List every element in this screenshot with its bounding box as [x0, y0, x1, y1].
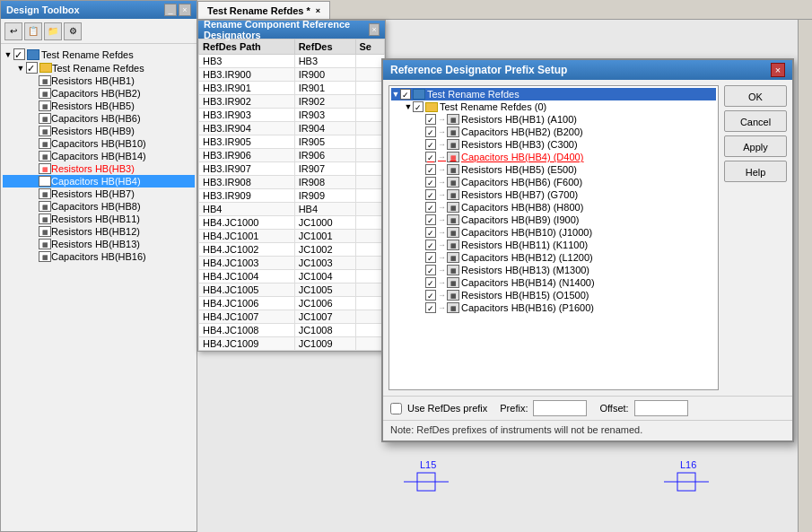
help-button[interactable]: Help [724, 161, 787, 182]
prefix-tree-item[interactable]: →▦Capacitors HB(HB2) (B200) [391, 126, 716, 138]
toolbox-tree-item[interactable]: ▦Capacitors HB(HB2) [3, 87, 195, 100]
prefix-checkbox[interactable] [425, 277, 436, 288]
toolbox-tree-item[interactable]: ▦Capacitors HB(HB6) [3, 112, 195, 125]
table-row[interactable]: HB4.JC1004 JC1004 [199, 270, 385, 283]
table-row[interactable]: HB3.IR903 IR903 [199, 109, 385, 122]
prefix-tree-item[interactable]: ▼Test Rename Refdes [391, 88, 716, 100]
toolbar-btn-2[interactable]: 📋 [24, 22, 42, 40]
prefix-checkbox[interactable] [425, 214, 436, 225]
expand-icon[interactable]: ▼ [404, 102, 413, 111]
tab-close-button[interactable]: × [316, 6, 320, 15]
expand-icon[interactable]: ▼ [3, 50, 13, 59]
toolbox-tree-item[interactable]: ▦Capacitors HB(HB10) [3, 137, 195, 150]
table-row[interactable]: HB3.IR908 IR908 [199, 176, 385, 189]
prefix-tree-item[interactable]: →▦Capacitors HB(HB10) (J1000) [391, 226, 716, 239]
prefix-checkbox[interactable] [425, 152, 436, 162]
table-row[interactable]: HB3.IR909 IR909 [199, 189, 385, 203]
prefix-tree-item[interactable]: →▦Resistors HB(HB5) (E500) [391, 163, 716, 176]
prefix-tree-item[interactable]: →▦Capacitors HB(HB4) (D400) [391, 151, 716, 163]
table-row[interactable]: HB4.JC1006 JC1006 [199, 297, 385, 310]
tab-rename-refdes[interactable]: Test Rename Refdes * × [197, 1, 330, 19]
prefix-checkbox[interactable] [425, 139, 436, 150]
use-refdes-prefix-checkbox[interactable] [390, 403, 402, 414]
close-button[interactable]: × [179, 4, 191, 16]
table-row[interactable]: HB3.IR906 IR906 [199, 149, 385, 162]
prefix-tree-item[interactable]: ▼Test Rename Refdes (0) [391, 100, 716, 113]
prefix-checkbox[interactable] [425, 240, 436, 250]
toolbox-tree-item[interactable]: ▦Resistors HB(HB11) [3, 213, 195, 225]
prefix-checkbox[interactable] [425, 252, 436, 263]
cell-refdes: JC1000 [294, 216, 355, 230]
toolbox-tree-item[interactable]: ▦Capacitors HB(HB8) [3, 200, 195, 213]
apply-button[interactable]: Apply [724, 135, 787, 157]
toolbar-btn-1[interactable]: ↩ [4, 22, 22, 40]
table-row[interactable]: HB4.JC1007 JC1007 [199, 310, 385, 324]
prefix-checkbox[interactable] [400, 89, 411, 100]
prefix-tree-item[interactable]: →▦Capacitors HB(HB6) (F600) [391, 176, 716, 188]
prefix-checkbox[interactable] [425, 177, 436, 188]
toolbox-tree-item[interactable]: ▦Resistors HB(HB1) [3, 74, 195, 87]
toolbox-tree-item[interactable]: ▦Resistors HB(HB5) [3, 100, 195, 112]
prefix-checkbox[interactable] [425, 189, 436, 200]
toolbox-tree-item[interactable]: ▦Resistors HB(HB7) [3, 188, 195, 200]
cancel-button[interactable]: Cancel [724, 110, 787, 132]
prefix-checkbox[interactable] [425, 290, 436, 301]
minimize-button[interactable]: _ [164, 4, 177, 16]
prefix-checkbox[interactable] [425, 202, 436, 213]
prefix-tree-item[interactable]: →▦Resistors HB(HB13) (M1300) [391, 264, 716, 276]
toolbar-btn-3[interactable]: 📁 [44, 22, 62, 40]
toolbox-tree-item[interactable]: ▦Capacitors HB(HB14) [3, 150, 195, 162]
prefix-checkbox[interactable] [425, 114, 436, 125]
toolbox-tree-item[interactable]: ▦Resistors HB(HB3) [3, 162, 195, 175]
expand-icon[interactable]: ▼ [391, 90, 400, 99]
table-row[interactable]: HB4.JC1008 JC1008 [199, 324, 385, 337]
prefix-checkbox[interactable] [425, 126, 436, 137]
prefix-checkbox[interactable] [425, 265, 436, 275]
table-row[interactable]: HB3.IR902 IR902 [199, 95, 385, 109]
toolbox-tree-item[interactable]: ▦Resistors HB(HB9) [3, 125, 195, 137]
table-row[interactable]: HB3.IR905 IR905 [199, 135, 385, 149]
table-row[interactable]: HB4.JC1009 JC1009 [199, 337, 385, 351]
toolbox-tree-item[interactable]: ▦Resistors HB(HB12) [3, 225, 195, 238]
table-row[interactable]: HB3.IR901 IR901 [199, 82, 385, 95]
table-row[interactable]: HB3.IR904 IR904 [199, 122, 385, 135]
offset-input[interactable] [634, 400, 688, 416]
checkbox-icon[interactable]: ✓ [26, 62, 38, 74]
table-row[interactable]: HB4.JC1001 JC1001 [199, 230, 385, 243]
table-row[interactable]: HB4 HB4 [199, 203, 385, 216]
prefix-tree-item[interactable]: →▦Resistors HB(HB15) (O1500) [391, 289, 716, 301]
table-row[interactable]: HB4.JC1003 JC1003 [199, 257, 385, 270]
prefix-tree-item[interactable]: →▦Capacitors HB(HB9) (I900) [391, 214, 716, 226]
table-row[interactable]: HB4.JC1000 JC1000 [199, 216, 385, 230]
prefix-tree-item[interactable]: →▦Capacitors HB(HB14) (N1400) [391, 276, 716, 289]
table-row[interactable]: HB4.JC1002 JC1002 [199, 243, 385, 257]
toolbox-tree-item[interactable]: ▼✓Test Rename Refdes [3, 48, 195, 61]
prefix-tree-item[interactable]: →▦Capacitors HB(HB12) (L1200) [391, 251, 716, 264]
checkbox-icon[interactable]: ✓ [13, 48, 25, 60]
toolbar-btn-4[interactable]: ⚙ [64, 22, 82, 40]
prefix-tree-item[interactable]: →▦Resistors HB(HB7) (G700) [391, 188, 716, 201]
table-row[interactable]: HB3.IR907 IR907 [199, 162, 385, 176]
prefix-checkbox[interactable] [425, 164, 436, 175]
rename-dialog-close[interactable]: × [369, 23, 380, 36]
prefix-checkbox[interactable] [425, 227, 436, 238]
table-row[interactable]: HB3.IR900 IR900 [199, 68, 385, 82]
prefix-tree-item[interactable]: →▦Capacitors HB(HB8) (H800) [391, 201, 716, 214]
prefix-input[interactable] [533, 400, 587, 416]
table-row[interactable]: HB4.JC1005 JC1005 [199, 283, 385, 297]
right-scrollbar[interactable] [798, 20, 812, 532]
toolbox-tree-item[interactable]: ▦Resistors HB(HB13) [3, 238, 195, 250]
prefix-tree-item[interactable]: →▦Resistors HB(HB11) (K1100) [391, 239, 716, 251]
expand-icon[interactable]: ▼ [15, 64, 26, 73]
prefix-checkbox[interactable] [413, 101, 423, 112]
toolbox-tree-item[interactable]: ▼✓Test Rename Refdes [3, 61, 195, 74]
toolbox-tree-item[interactable]: ▦Capacitors HB(HB16) [3, 250, 195, 263]
ok-button[interactable]: OK [724, 85, 787, 107]
table-row[interactable]: HB3 HB3 [199, 55, 385, 68]
prefix-tree-item[interactable]: →▦Resistors HB(HB1) (A100) [391, 113, 716, 126]
prefix-close-button[interactable]: × [771, 63, 785, 77]
prefix-tree-item[interactable]: →▦Capacitors HB(HB16) (P1600) [391, 301, 716, 314]
prefix-checkbox[interactable] [425, 302, 436, 313]
toolbox-tree-item[interactable]: ▦Capacitors HB(HB4) [3, 175, 195, 188]
prefix-tree-item[interactable]: →▦Resistors HB(HB3) (C300) [391, 138, 716, 151]
